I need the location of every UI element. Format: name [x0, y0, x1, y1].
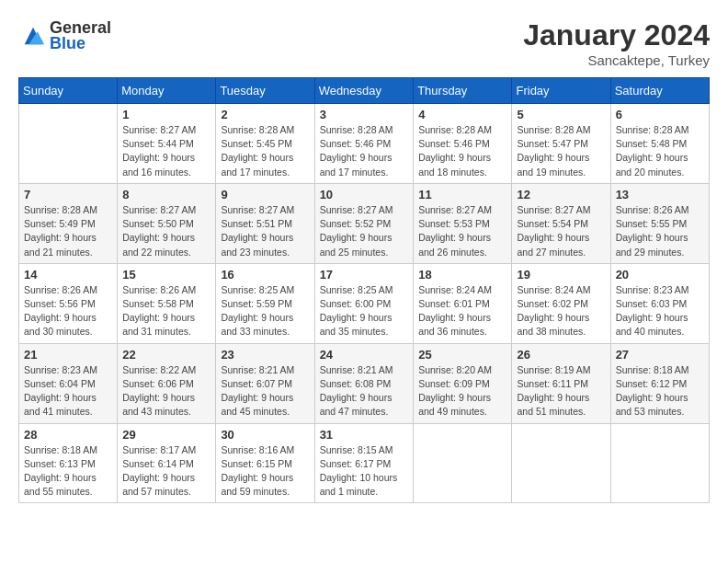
day-info: Sunrise: 8:28 AMSunset: 5:49 PMDaylight:…	[24, 203, 112, 259]
calendar-header-tuesday: Tuesday	[216, 78, 314, 104]
calendar-cell: 23Sunrise: 8:21 AMSunset: 6:07 PMDayligh…	[216, 343, 314, 423]
calendar-cell: 20Sunrise: 8:23 AMSunset: 6:03 PMDayligh…	[610, 263, 709, 343]
calendar-cell: 12Sunrise: 8:27 AMSunset: 5:54 PMDayligh…	[512, 183, 610, 263]
day-info: Sunrise: 8:20 AMSunset: 6:09 PMDaylight:…	[418, 363, 506, 419]
calendar-week-row: 1Sunrise: 8:27 AMSunset: 5:44 PMDaylight…	[19, 104, 710, 184]
day-info: Sunrise: 8:24 AMSunset: 6:01 PMDaylight:…	[418, 283, 506, 339]
calendar-cell: 29Sunrise: 8:17 AMSunset: 6:14 PMDayligh…	[118, 423, 216, 503]
calendar-header-row: SundayMondayTuesdayWednesdayThursdayFrid…	[19, 78, 710, 104]
month-year-title: January 2024	[523, 18, 710, 52]
day-info: Sunrise: 8:25 AMSunset: 5:59 PMDaylight:…	[221, 283, 309, 339]
calendar-cell: 7Sunrise: 8:28 AMSunset: 5:49 PMDaylight…	[19, 183, 118, 263]
calendar-header-sunday: Sunday	[19, 78, 118, 104]
calendar-header-saturday: Saturday	[610, 78, 709, 104]
day-info: Sunrise: 8:27 AMSunset: 5:52 PMDaylight:…	[320, 203, 409, 259]
calendar-week-row: 14Sunrise: 8:26 AMSunset: 5:56 PMDayligh…	[19, 263, 710, 343]
calendar-cell	[610, 423, 709, 503]
location-subtitle: Sancaktepe, Turkey	[523, 52, 710, 68]
day-info: Sunrise: 8:27 AMSunset: 5:50 PMDaylight:…	[122, 203, 210, 259]
day-info: Sunrise: 8:21 AMSunset: 6:07 PMDaylight:…	[221, 363, 309, 419]
calendar-cell: 31Sunrise: 8:15 AMSunset: 6:17 PMDayligh…	[314, 423, 414, 503]
day-number: 31	[320, 428, 409, 442]
calendar-cell: 16Sunrise: 8:25 AMSunset: 5:59 PMDayligh…	[216, 263, 314, 343]
day-number: 4	[418, 108, 506, 121]
calendar-cell: 27Sunrise: 8:18 AMSunset: 6:12 PMDayligh…	[610, 343, 709, 423]
day-number: 14	[24, 268, 112, 282]
calendar-cell: 5Sunrise: 8:28 AMSunset: 5:47 PMDaylight…	[512, 104, 610, 184]
calendar-cell: 14Sunrise: 8:26 AMSunset: 5:56 PMDayligh…	[19, 263, 118, 343]
calendar-cell: 8Sunrise: 8:27 AMSunset: 5:50 PMDaylight…	[118, 183, 216, 263]
day-number: 27	[616, 348, 704, 362]
calendar-cell: 28Sunrise: 8:18 AMSunset: 6:13 PMDayligh…	[19, 423, 118, 503]
calendar-cell: 11Sunrise: 8:27 AMSunset: 5:53 PMDayligh…	[414, 183, 512, 263]
calendar-week-row: 21Sunrise: 8:23 AMSunset: 6:04 PMDayligh…	[19, 343, 710, 423]
calendar-cell: 2Sunrise: 8:28 AMSunset: 5:45 PMDaylight…	[216, 104, 314, 184]
calendar-cell: 17Sunrise: 8:25 AMSunset: 6:00 PMDayligh…	[314, 263, 414, 343]
calendar-cell: 9Sunrise: 8:27 AMSunset: 5:51 PMDaylight…	[216, 183, 314, 263]
day-info: Sunrise: 8:27 AMSunset: 5:51 PMDaylight:…	[221, 203, 309, 259]
day-info: Sunrise: 8:18 AMSunset: 6:12 PMDaylight:…	[616, 363, 704, 419]
day-info: Sunrise: 8:23 AMSunset: 6:03 PMDaylight:…	[616, 283, 704, 339]
day-number: 6	[616, 108, 704, 121]
calendar-cell: 26Sunrise: 8:19 AMSunset: 6:11 PMDayligh…	[512, 343, 610, 423]
calendar-cell: 24Sunrise: 8:21 AMSunset: 6:08 PMDayligh…	[314, 343, 414, 423]
calendar-cell: 18Sunrise: 8:24 AMSunset: 6:01 PMDayligh…	[414, 263, 512, 343]
day-number: 7	[24, 188, 112, 201]
calendar-cell	[414, 423, 512, 503]
day-number: 22	[122, 348, 210, 362]
day-number: 5	[517, 108, 605, 121]
calendar-cell: 25Sunrise: 8:20 AMSunset: 6:09 PMDayligh…	[414, 343, 512, 423]
calendar-cell: 4Sunrise: 8:28 AMSunset: 5:46 PMDaylight…	[414, 104, 512, 184]
day-number: 19	[517, 268, 605, 282]
calendar-header-thursday: Thursday	[414, 78, 512, 104]
calendar-header-wednesday: Wednesday	[314, 78, 414, 104]
title-section: January 2024 Sancaktepe, Turkey	[523, 18, 710, 68]
calendar-week-row: 7Sunrise: 8:28 AMSunset: 5:49 PMDaylight…	[19, 183, 710, 263]
logo-icon	[20, 23, 46, 49]
calendar-cell: 6Sunrise: 8:28 AMSunset: 5:48 PMDaylight…	[610, 104, 709, 184]
day-info: Sunrise: 8:24 AMSunset: 6:02 PMDaylight:…	[517, 283, 605, 339]
calendar-cell: 15Sunrise: 8:26 AMSunset: 5:58 PMDayligh…	[118, 263, 216, 343]
calendar-cell: 22Sunrise: 8:22 AMSunset: 6:06 PMDayligh…	[118, 343, 216, 423]
day-number: 2	[221, 108, 309, 121]
day-number: 16	[221, 268, 309, 282]
day-number: 3	[320, 108, 409, 121]
day-info: Sunrise: 8:27 AMSunset: 5:44 PMDaylight:…	[122, 123, 210, 179]
day-info: Sunrise: 8:25 AMSunset: 6:00 PMDaylight:…	[320, 283, 409, 339]
day-info: Sunrise: 8:18 AMSunset: 6:13 PMDaylight:…	[24, 443, 112, 500]
day-info: Sunrise: 8:28 AMSunset: 5:45 PMDaylight:…	[221, 123, 309, 179]
calendar-cell: 3Sunrise: 8:28 AMSunset: 5:46 PMDaylight…	[314, 104, 414, 184]
day-info: Sunrise: 8:17 AMSunset: 6:14 PMDaylight:…	[122, 443, 210, 500]
day-info: Sunrise: 8:28 AMSunset: 5:47 PMDaylight:…	[517, 123, 605, 179]
calendar-cell: 13Sunrise: 8:26 AMSunset: 5:55 PMDayligh…	[610, 183, 709, 263]
logo-blue: Blue	[50, 34, 111, 53]
logo: General Blue	[18, 18, 111, 53]
day-info: Sunrise: 8:26 AMSunset: 5:58 PMDaylight:…	[122, 283, 210, 339]
calendar-table: SundayMondayTuesdayWednesdayThursdayFrid…	[18, 77, 710, 503]
calendar-cell: 21Sunrise: 8:23 AMSunset: 6:04 PMDayligh…	[19, 343, 118, 423]
calendar-header-friday: Friday	[512, 78, 610, 104]
calendar-cell	[19, 104, 118, 184]
day-number: 17	[320, 268, 409, 282]
page-header: General Blue January 2024 Sancaktepe, Tu…	[18, 18, 710, 68]
day-number: 9	[221, 188, 309, 201]
calendar-cell: 10Sunrise: 8:27 AMSunset: 5:52 PMDayligh…	[314, 183, 414, 263]
day-info: Sunrise: 8:22 AMSunset: 6:06 PMDaylight:…	[122, 363, 210, 419]
calendar-cell: 1Sunrise: 8:27 AMSunset: 5:44 PMDaylight…	[118, 104, 216, 184]
day-number: 26	[517, 348, 605, 362]
calendar-week-row: 28Sunrise: 8:18 AMSunset: 6:13 PMDayligh…	[19, 423, 710, 503]
day-info: Sunrise: 8:23 AMSunset: 6:04 PMDaylight:…	[24, 363, 112, 419]
day-info: Sunrise: 8:28 AMSunset: 5:46 PMDaylight:…	[418, 123, 506, 179]
day-number: 15	[122, 268, 210, 282]
day-info: Sunrise: 8:28 AMSunset: 5:46 PMDaylight:…	[320, 123, 409, 179]
day-number: 28	[24, 428, 112, 442]
calendar-cell	[512, 423, 610, 503]
day-info: Sunrise: 8:15 AMSunset: 6:17 PMDaylight:…	[320, 443, 409, 500]
calendar-header-monday: Monday	[118, 78, 216, 104]
calendar-cell: 30Sunrise: 8:16 AMSunset: 6:15 PMDayligh…	[216, 423, 314, 503]
day-number: 13	[616, 188, 704, 201]
day-info: Sunrise: 8:26 AMSunset: 5:55 PMDaylight:…	[616, 203, 704, 259]
day-info: Sunrise: 8:27 AMSunset: 5:54 PMDaylight:…	[517, 203, 605, 259]
calendar-cell: 19Sunrise: 8:24 AMSunset: 6:02 PMDayligh…	[512, 263, 610, 343]
day-info: Sunrise: 8:28 AMSunset: 5:48 PMDaylight:…	[616, 123, 704, 179]
